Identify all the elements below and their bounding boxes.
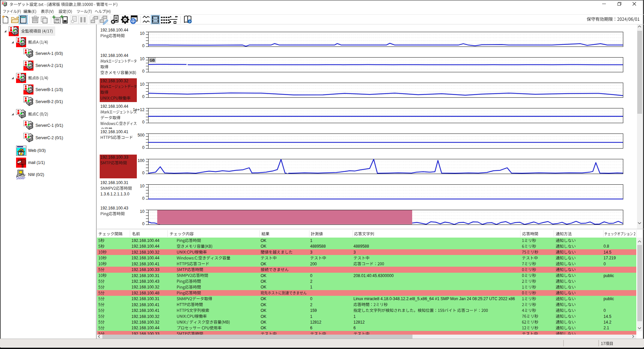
svg-text:0: 0 [604, 308, 606, 313]
svg-text:0: 0 [142, 69, 145, 74]
svg-text:192.168.100.32: 192.168.100.32 [131, 285, 160, 289]
svg-text:?: ? [189, 20, 191, 23]
svg-text:200: 200 [310, 262, 317, 266]
svg-text:2: 2 [310, 302, 312, 307]
svg-text:192.168.100.32: 192.168.100.32 [131, 250, 160, 255]
svg-text:192.168.100.31: 192.168.100.31 [131, 296, 160, 301]
svg-text:OK: OK [261, 273, 266, 278]
svg-text:100: 100 [137, 158, 145, 163]
svg-text:192.168.100.43: 192.168.100.43 [100, 206, 128, 210]
svg-text:1.3.6.1.2.1.1.3.0: 1.3.6.1.2.1.1.3.0 [100, 192, 129, 196]
svg-text:2: 2 [310, 279, 312, 284]
svg-text:192.168.100.33: 192.168.100.33 [100, 155, 128, 160]
svg-text:OK: OK [261, 320, 266, 325]
svg-text:OK: OK [261, 262, 266, 266]
svg-text:14.5: 14.5 [604, 314, 612, 319]
svg-text:OK: OK [261, 244, 266, 249]
svg-text:ServerA-2 (1/1): ServerA-2 (1/1) [35, 63, 63, 68]
svg-text:192.168.100.44: 192.168.100.44 [131, 326, 160, 330]
svg-text:192.168.100.32: 192.168.100.32 [100, 79, 128, 83]
svg-text:192.168.100.44: 192.168.100.44 [100, 53, 128, 58]
svg-text:public: public [604, 273, 614, 278]
svg-text:1: 1 [310, 314, 312, 319]
svg-text:NW (0/2): NW (0/2) [28, 172, 44, 177]
svg-text:192.168.100.33: 192.168.100.33 [131, 267, 160, 272]
svg-text:OK: OK [261, 302, 266, 307]
svg-text:0: 0 [142, 171, 145, 175]
svg-text:1: 1 [310, 238, 312, 243]
svg-text:192.168.100.44: 192.168.100.44 [131, 244, 160, 249]
svg-text:10: 10 [140, 184, 145, 188]
svg-text:0: 0 [142, 145, 145, 150]
svg-text:192.168.100.31: 192.168.100.31 [100, 180, 128, 185]
svg-text:192.168.100.43: 192.168.100.43 [131, 279, 160, 284]
svg-text:208.01:40:45.6300000: 208.01:40:45.6300000 [354, 273, 394, 278]
svg-text:4889588: 4889588 [310, 244, 326, 249]
svg-text:192.168.100.44: 192.168.100.44 [131, 256, 160, 260]
svg-text:Web (0/3): Web (0/3) [28, 148, 45, 153]
svg-text:10: 10 [140, 82, 145, 87]
svg-text:0: 0 [310, 273, 312, 278]
svg-text:6: 6 [310, 326, 312, 330]
svg-text:1: 1 [310, 285, 312, 289]
svg-text:12812: 12812 [354, 320, 365, 325]
svg-text:OK: OK [261, 314, 266, 319]
svg-text:192.168.100.41: 192.168.100.41 [100, 129, 128, 134]
svg-text:ServerB-1 (1/3): ServerB-1 (1/3) [35, 87, 63, 92]
svg-text:12812: 12812 [310, 320, 321, 325]
svg-text:14.5: 14.5 [604, 250, 612, 255]
svg-text:OK: OK [261, 326, 266, 330]
svg-text:192.168.100.41: 192.168.100.41 [131, 262, 160, 266]
svg-text:ServerC-2 (0/1): ServerC-2 (0/1) [35, 136, 63, 140]
svg-text:OK: OK [261, 296, 266, 301]
svg-text:192.168.100.31: 192.168.100.31 [131, 273, 160, 278]
svg-text:17.219: 17.219 [604, 256, 616, 260]
svg-text:192.168.100.44: 192.168.100.44 [100, 104, 128, 109]
svg-text:mail (1/1): mail (1/1) [28, 160, 45, 165]
svg-text:6: 6 [354, 326, 356, 330]
svg-text:10: 10 [140, 57, 145, 61]
svg-text:0: 0 [142, 222, 145, 226]
svg-text:2.1: 2.1 [604, 326, 609, 330]
svg-text:ServerA-1 (0/3): ServerA-1 (0/3) [35, 51, 63, 56]
svg-text:OK: OK [261, 308, 266, 313]
svg-text:GB: GB [150, 58, 155, 62]
svg-text:4889588: 4889588 [354, 244, 369, 249]
svg-text:Linux miracle8 4.18.0-348.12.2: Linux miracle8 4.18.0-348.12.2.el8_5.x86… [354, 296, 515, 301]
svg-text:192.168.100.32: 192.168.100.32 [131, 314, 160, 319]
svg-text:OK: OK [261, 238, 266, 243]
svg-text:OK: OK [261, 279, 266, 284]
svg-text:192.168.100.41: 192.168.100.41 [131, 302, 160, 307]
svg-text:public: public [604, 296, 614, 301]
svg-text:192.168.100.32: 192.168.100.32 [131, 320, 160, 325]
svg-text:192.168.100.41: 192.168.100.41 [131, 308, 160, 313]
svg-text:10: 10 [140, 209, 145, 214]
svg-text:192.168.100.44: 192.168.100.44 [131, 238, 160, 243]
svg-text:0: 0 [604, 262, 606, 266]
svg-text:1e+12: 1e+12 [133, 107, 145, 112]
svg-text:0: 0 [310, 296, 312, 301]
svg-text:1: 1 [354, 314, 356, 319]
svg-text:3: 3 [354, 250, 356, 255]
svg-text:192.168.100.48: 192.168.100.48 [131, 291, 160, 295]
svg-text:0: 0 [142, 43, 145, 48]
svg-text:159: 159 [310, 308, 317, 313]
svg-text:14.2: 14.2 [604, 320, 612, 325]
svg-text:ServerB-2 (0/1): ServerB-2 (0/1) [35, 99, 63, 104]
svg-text:3: 3 [310, 250, 312, 255]
svg-text:0.8: 0.8 [604, 244, 609, 249]
svg-text:0: 0 [142, 196, 145, 201]
svg-text:0: 0 [142, 94, 145, 99]
svg-text:ServerC-1 (0/1): ServerC-1 (0/1) [35, 123, 63, 128]
svg-text:500: 500 [137, 133, 145, 138]
svg-text:0: 0 [142, 120, 145, 124]
svg-text:192.168.100.44: 192.168.100.44 [100, 28, 128, 32]
svg-text:OK: OK [261, 285, 266, 289]
svg-text:10: 10 [140, 31, 145, 36]
